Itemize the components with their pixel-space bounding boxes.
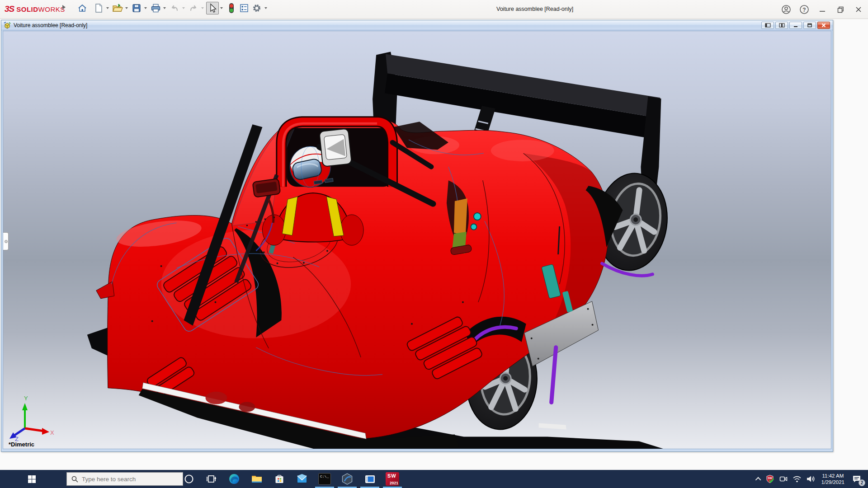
notification-badge: 2 (859, 479, 865, 486)
start-button[interactable] (20, 470, 43, 488)
open-icon (112, 3, 123, 13)
graphics-viewport[interactable]: Y X Z *Dimetric (3, 31, 831, 449)
options-button[interactable] (250, 2, 263, 14)
taskbar-item-remote-window[interactable] (359, 470, 381, 488)
triad-y-label: Y (24, 395, 28, 402)
app-window-title: Voiture assomblee [Read-only] (496, 6, 573, 12)
app-titlebar: 3S SOLIDWORKS (0, 0, 868, 19)
quick-access-toolbar (76, 1, 269, 15)
taskbar-item-mail[interactable] (291, 470, 313, 488)
undo-button[interactable] (168, 2, 181, 14)
help-icon: ? (799, 5, 809, 14)
command-prompt-icon: C:\_ (318, 473, 331, 485)
redo-dropdown[interactable] (200, 2, 205, 14)
taskbar-item-taskview[interactable] (200, 470, 223, 488)
taskbar-item-command-prompt[interactable]: C:\_ (313, 470, 336, 488)
account-icon (781, 5, 791, 14)
options-dropdown[interactable] (263, 2, 268, 14)
properties-button[interactable] (238, 2, 250, 14)
tray-network[interactable] (790, 470, 804, 488)
taskbar-item-store[interactable] (268, 470, 291, 488)
document-titlebar[interactable]: Voiture assomblee [Read-only] (1, 20, 833, 30)
help-button[interactable]: ? (798, 4, 810, 15)
redo-button[interactable] (187, 2, 200, 14)
home-icon (77, 3, 87, 13)
microsoft-store-icon (274, 474, 285, 484)
sw-shield-check-icon: SW (765, 474, 774, 483)
wifi-icon (793, 474, 802, 483)
new-document-dropdown[interactable] (105, 2, 110, 14)
speaker-icon (806, 474, 816, 483)
doc-minimize-button[interactable] (789, 22, 802, 29)
search-icon (71, 476, 78, 483)
doc-pane-split-button[interactable] (775, 22, 788, 29)
blue-window-app-icon (364, 473, 376, 485)
windows-taskbar: C:\_ SW 2021 SW (0, 470, 868, 488)
new-document-button[interactable] (92, 2, 105, 14)
view-orientation-label: *Dimetric (9, 441, 34, 448)
tray-show-hidden-icons[interactable] (755, 470, 763, 488)
meet-now-icon (779, 474, 788, 483)
select-cursor-icon (208, 3, 217, 13)
taskbar-item-3dexperience[interactable] (336, 470, 359, 488)
taskbar-item-edge[interactable] (223, 470, 245, 488)
pane-left-icon (765, 23, 771, 28)
select-dropdown[interactable] (219, 2, 224, 14)
edge-icon (228, 473, 240, 485)
3d-model-race-car[interactable] (3, 31, 831, 449)
print-button[interactable] (149, 2, 162, 14)
properties-list-icon (239, 3, 249, 13)
doc-minimize-icon (793, 23, 798, 28)
taskbar-item-solidworks[interactable]: SW 2021 (381, 470, 404, 488)
tray-date: 1/29/2021 (821, 479, 844, 485)
taskbar-search[interactable] (66, 472, 183, 486)
doc-restore-icon (807, 23, 812, 28)
document-window: Voiture assomblee [Read-only] (1, 20, 833, 452)
mail-icon (296, 473, 308, 485)
svg-text:SW: SW (768, 477, 772, 479)
menu-expand-arrow-icon[interactable] (62, 5, 66, 9)
print-icon (151, 3, 161, 13)
tray-clock[interactable]: 11:42 AM 1/29/2021 (818, 473, 848, 485)
document-title: Voiture assomblee [Read-only] (14, 22, 761, 28)
feature-manager-collapsed-tab[interactable] (3, 232, 9, 250)
account-button[interactable] (780, 4, 792, 15)
select-tool-button[interactable] (206, 2, 219, 14)
doc-restore-button[interactable] (803, 22, 816, 29)
open-button[interactable] (111, 2, 124, 14)
home-button[interactable] (76, 2, 89, 14)
windows-logo-icon (28, 475, 36, 483)
save-dropdown[interactable] (143, 2, 148, 14)
open-dropdown[interactable] (124, 2, 129, 14)
tray-notifications[interactable]: 2 (848, 470, 868, 488)
save-button[interactable] (130, 2, 143, 14)
rebuild-button[interactable] (225, 2, 238, 14)
minimize-button[interactable] (816, 4, 828, 15)
svg-text:?: ? (802, 7, 806, 13)
doc-pane-left-button[interactable] (761, 22, 774, 29)
new-document-icon (94, 3, 103, 13)
orientation-triad: Y X Z (6, 394, 56, 441)
taskbar-item-cortana[interactable] (178, 470, 200, 488)
taskbar-item-file-explorer[interactable] (245, 470, 268, 488)
task-view-icon (206, 474, 217, 484)
close-button[interactable] (853, 4, 864, 15)
doc-close-button[interactable] (817, 22, 830, 29)
tray-time: 11:42 AM (821, 473, 844, 479)
file-explorer-icon (251, 473, 263, 485)
pane-split-icon (779, 23, 785, 28)
triad-x-label: X (50, 429, 54, 436)
tray-volume[interactable] (804, 470, 818, 488)
doc-close-icon (821, 23, 826, 28)
air-scoop (319, 129, 352, 167)
save-icon (132, 3, 142, 13)
print-dropdown[interactable] (162, 2, 167, 14)
ds-logo-mark: 3S (5, 4, 14, 14)
undo-icon (170, 3, 179, 13)
search-input[interactable] (82, 476, 172, 483)
tray-solidworks-monitor[interactable]: SW (763, 470, 777, 488)
undo-dropdown[interactable] (181, 2, 186, 14)
restore-button[interactable] (835, 4, 846, 15)
tray-meet-now[interactable] (777, 470, 790, 488)
restore-icon (837, 6, 844, 13)
